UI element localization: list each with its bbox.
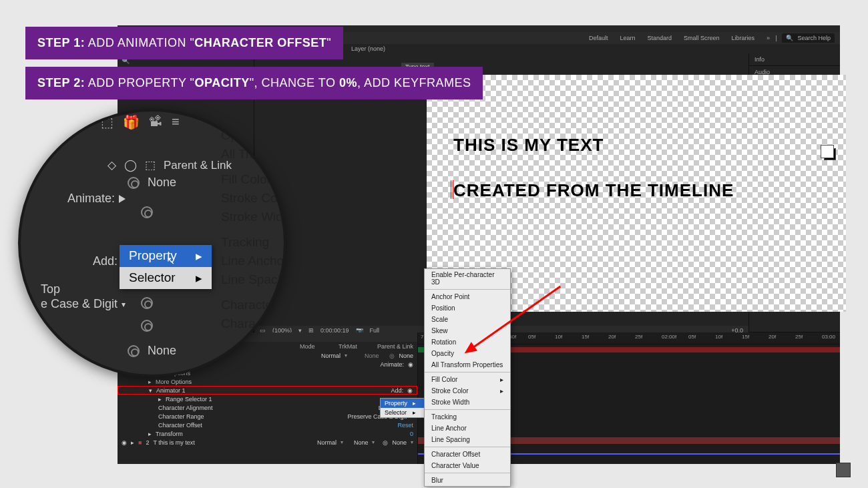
parent-none[interactable]: None [148,344,176,358]
case-digit-partial: e Case & Digit [41,297,118,311]
prop-char-offset[interactable]: Character Offset [158,422,202,429]
prop-transform[interactable]: Transform [156,431,183,437]
cube-icon: ⬚ [145,158,156,172]
prop-range-selector[interactable]: Range Selector 1 [166,396,212,403]
film-icon: 📽 [149,114,162,130]
menu-stroke-width[interactable]: Stroke Width [214,208,286,226]
workspace-standard[interactable]: Standard [648,35,672,41]
col-parent: Parent & Link [377,343,413,350]
animate-play-icon[interactable] [119,195,126,203]
add-btn-icon[interactable]: ◉ [407,387,413,394]
col-mode: Mode [300,343,333,350]
add-flyout-menu: Property▸ Selector▸ [380,398,426,418]
step1-callout: STEP 1: ADD ANIMATION "CHARACTER OFFSET" [25,27,343,59]
prop-animator1[interactable]: Animator 1 [156,387,186,394]
menu-line-spacing[interactable]: Line Spacing [214,270,286,289]
menu-all-transform[interactable]: All Transform Properties [425,359,510,371]
menu-tracking[interactable]: Tracking [214,233,286,252]
workspace-default[interactable]: Default [589,35,608,41]
menu-position[interactable]: Position [425,302,510,314]
menu-line-spacing[interactable]: Line Spacing [425,434,510,445]
animate-label: Animate: [380,361,404,368]
search-icon: 🔍 [786,35,793,41]
layer-none-label: Layer (none) [351,45,385,52]
list-icon: ≡ [172,114,180,130]
prop-char-range[interactable]: Character Range [158,413,204,420]
menu-stroke-color[interactable]: Stroke Color▸ [425,385,510,397]
workspace-overflow-icon[interactable]: » [767,35,770,41]
parent-none[interactable]: None [148,176,176,190]
pickwhip-icon[interactable] [141,320,153,332]
cube-outline-icon: ◇ [107,158,116,172]
step2-callout: STEP 2: ADD PROPERTY "OPACITY", CHANGE T… [25,67,483,99]
pickwhip-icon[interactable] [141,206,153,218]
workspace-small-screen[interactable]: Small Screen [684,35,720,41]
timeline-layer-row[interactable]: ◉▸■2T this is my text Normal▾ None▾ ◎Non… [118,438,417,447]
canvas-text-line2: CREATED FROM THE TIMELINE [453,180,868,201]
cube-icon: ⬚ [101,114,114,130]
menu-enable-3d[interactable]: Enable Per-character 3D [425,269,510,288]
menu-skew[interactable]: Skew [425,325,510,336]
fill-stroke-swatch[interactable] [824,148,836,160]
menu-scale[interactable]: Scale [425,314,510,325]
animate-label: Animate: [67,192,115,206]
add-menu-zoomed: Property▸ Selector▸ [120,245,212,289]
menu-rotation[interactable]: Rotation [425,336,510,348]
search-field[interactable]: 🔍 Search Help [782,33,835,43]
menu-character-offset[interactable]: Character Offset [425,449,510,460]
col-trkmat: TrkMat [339,343,372,350]
menu-tracking[interactable]: Tracking [425,411,510,423]
add-menu-selector[interactable]: Selector▸ [381,408,425,417]
pickwhip-icon[interactable] [141,297,153,309]
prop-more-options[interactable]: More Options [156,379,192,385]
workspace-libraries[interactable]: Libraries [732,35,755,41]
canvas-text-line1: THIS IS MY TEXT [453,135,604,156]
add-menu-property[interactable]: Property▸ [381,399,425,408]
add-property[interactable]: Property▸ [120,245,212,267]
menu-blur[interactable]: Blur [425,475,510,486]
menu-character-value[interactable]: Character Value [425,460,510,471]
menu-fill-color[interactable]: Fill Color▸ [425,374,510,385]
panel-info[interactable]: Info [749,53,840,66]
animate-add-icon[interactable]: ◉ [408,361,413,368]
menu-stroke-color[interactable]: Stroke Color [214,189,286,208]
cursor-icon: ↖ [166,254,175,267]
menu-line-anchor[interactable]: Line Anchor [214,252,286,270]
divider: | [775,35,777,41]
pickwhip-icon[interactable] [128,345,140,357]
pickwhip-icon[interactable] [128,177,140,189]
presenter-avatar [836,463,851,477]
prop-char-align[interactable]: Character Alignment [158,405,213,411]
property-submenu: Enable Per-character 3D Anchor Point Pos… [424,268,511,487]
add-label: Add: [93,254,118,268]
menu-anchor-point[interactable]: Anchor Point [425,291,510,302]
add-selector[interactable]: Selector▸ [120,267,212,289]
menu-line-anchor[interactable]: Line Anchor [425,423,510,434]
add-label: Add: [391,387,403,394]
gift-icon: 🎁 [123,114,140,130]
sphere-icon: ◯ [124,158,137,172]
menu-stroke-width[interactable]: Stroke Width [425,397,510,408]
menu-opacity[interactable]: Opacity [425,348,510,359]
magnifier-detail: ⬚ 🎁 📽 ≡ ◇ ◯ ⬚ Parent & Link None Animate… [18,109,286,377]
search-placeholder: Search Help [797,35,831,41]
left-or-top-partial: Top [41,282,60,296]
workspace-learn[interactable]: Learn [620,35,636,41]
